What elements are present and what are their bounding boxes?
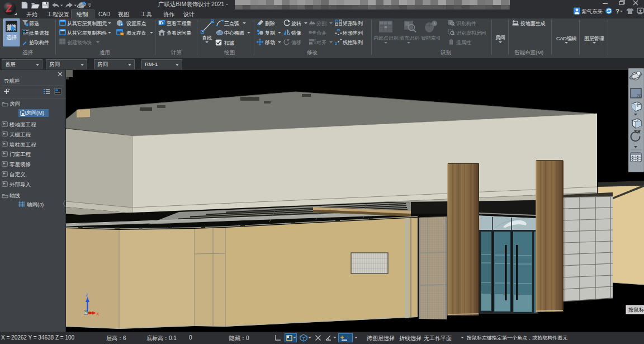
svg-text:X: X — [96, 312, 100, 317]
svg-text:?: ? — [615, 8, 619, 15]
svg-text:按鼠标: 按鼠标 — [628, 307, 644, 313]
svg-text:2D: 2D — [637, 94, 642, 98]
svg-text:Z: Z — [86, 293, 88, 298]
